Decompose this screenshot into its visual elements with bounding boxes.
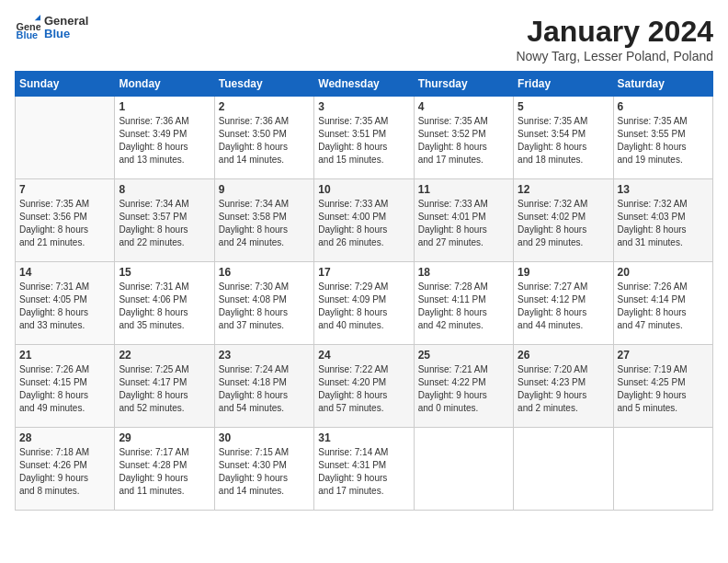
calendar-cell: 13Sunrise: 7:32 AMSunset: 4:03 PMDayligh… xyxy=(613,179,712,262)
day-info: Sunrise: 7:31 AMSunset: 4:05 PMDaylight:… xyxy=(19,281,110,332)
day-number: 13 xyxy=(618,183,709,196)
calendar-cell: 15Sunrise: 7:31 AMSunset: 4:06 PMDayligh… xyxy=(115,262,214,345)
day-number: 1 xyxy=(119,100,210,113)
logo-text: General Blue xyxy=(44,15,88,41)
day-info: Sunrise: 7:14 AMSunset: 4:31 PMDaylight:… xyxy=(318,446,409,498)
day-info: Sunrise: 7:29 AMSunset: 4:09 PMDaylight:… xyxy=(318,281,409,332)
day-info: Sunrise: 7:17 AMSunset: 4:28 PMDaylight:… xyxy=(119,446,210,498)
day-info: Sunrise: 7:35 AMSunset: 3:56 PMDaylight:… xyxy=(19,198,110,249)
day-info: Sunrise: 7:20 AMSunset: 4:23 PMDaylight:… xyxy=(518,363,609,415)
calendar-subtitle: Nowy Targ, Lesser Poland, Poland xyxy=(516,49,713,63)
day-number: 6 xyxy=(618,100,709,113)
day-number: 21 xyxy=(19,349,110,362)
day-info: Sunrise: 7:36 AMSunset: 3:49 PMDaylight:… xyxy=(119,115,210,167)
day-info: Sunrise: 7:35 AMSunset: 3:55 PMDaylight:… xyxy=(618,115,709,167)
day-info: Sunrise: 7:18 AMSunset: 4:26 PMDaylight:… xyxy=(19,446,110,498)
day-info: Sunrise: 7:21 AMSunset: 4:22 PMDaylight:… xyxy=(418,363,509,415)
day-number: 26 xyxy=(518,349,609,362)
calendar-cell: 10Sunrise: 7:33 AMSunset: 4:00 PMDayligh… xyxy=(314,179,414,262)
day-info: Sunrise: 7:22 AMSunset: 4:20 PMDaylight:… xyxy=(318,363,409,415)
day-number: 5 xyxy=(518,100,609,113)
week-row-4: 21Sunrise: 7:26 AMSunset: 4:15 PMDayligh… xyxy=(16,345,713,428)
day-info: Sunrise: 7:31 AMSunset: 4:06 PMDaylight:… xyxy=(119,281,210,332)
week-row-5: 28Sunrise: 7:18 AMSunset: 4:26 PMDayligh… xyxy=(16,428,713,511)
day-number: 10 xyxy=(318,183,409,196)
logo-icon: General Blue xyxy=(15,15,40,40)
day-number: 23 xyxy=(219,349,310,362)
calendar-header-row: SundayMondayTuesdayWednesdayThursdayFrid… xyxy=(16,72,713,97)
calendar-cell: 27Sunrise: 7:19 AMSunset: 4:25 PMDayligh… xyxy=(613,345,712,428)
header-monday: Monday xyxy=(115,72,214,97)
week-row-3: 14Sunrise: 7:31 AMSunset: 4:05 PMDayligh… xyxy=(16,262,713,345)
calendar-cell xyxy=(16,97,115,179)
day-number: 8 xyxy=(119,183,210,196)
day-number: 15 xyxy=(119,266,210,279)
day-info: Sunrise: 7:34 AMSunset: 3:58 PMDaylight:… xyxy=(219,198,310,249)
week-row-2: 7Sunrise: 7:35 AMSunset: 3:56 PMDaylight… xyxy=(16,179,713,262)
day-info: Sunrise: 7:35 AMSunset: 3:51 PMDaylight:… xyxy=(318,115,409,167)
day-number: 14 xyxy=(19,266,110,279)
calendar-cell xyxy=(613,428,712,511)
day-info: Sunrise: 7:25 AMSunset: 4:17 PMDaylight:… xyxy=(119,363,210,415)
day-info: Sunrise: 7:26 AMSunset: 4:14 PMDaylight:… xyxy=(618,281,709,332)
calendar-cell: 17Sunrise: 7:29 AMSunset: 4:09 PMDayligh… xyxy=(314,262,414,345)
day-info: Sunrise: 7:33 AMSunset: 4:01 PMDaylight:… xyxy=(418,198,509,249)
calendar-cell: 20Sunrise: 7:26 AMSunset: 4:14 PMDayligh… xyxy=(613,262,712,345)
calendar-cell: 6Sunrise: 7:35 AMSunset: 3:55 PMDaylight… xyxy=(613,97,712,179)
calendar-cell: 30Sunrise: 7:15 AMSunset: 4:30 PMDayligh… xyxy=(214,428,313,511)
calendar-cell: 1Sunrise: 7:36 AMSunset: 3:49 PMDaylight… xyxy=(115,97,214,179)
header-sunday: Sunday xyxy=(16,72,115,97)
day-number: 16 xyxy=(219,266,310,279)
calendar-cell: 28Sunrise: 7:18 AMSunset: 4:26 PMDayligh… xyxy=(16,428,115,511)
svg-marker-3 xyxy=(35,15,40,20)
calendar-cell: 8Sunrise: 7:34 AMSunset: 3:57 PMDaylight… xyxy=(115,179,214,262)
day-number: 18 xyxy=(418,266,509,279)
calendar-cell: 12Sunrise: 7:32 AMSunset: 4:02 PMDayligh… xyxy=(514,179,613,262)
calendar-cell: 9Sunrise: 7:34 AMSunset: 3:58 PMDaylight… xyxy=(214,179,313,262)
calendar-cell: 3Sunrise: 7:35 AMSunset: 3:51 PMDaylight… xyxy=(314,97,414,179)
day-number: 12 xyxy=(518,183,609,196)
calendar-cell: 4Sunrise: 7:35 AMSunset: 3:52 PMDaylight… xyxy=(414,97,513,179)
day-info: Sunrise: 7:32 AMSunset: 4:03 PMDaylight:… xyxy=(618,198,709,249)
day-info: Sunrise: 7:24 AMSunset: 4:18 PMDaylight:… xyxy=(219,363,310,415)
calendar-cell: 2Sunrise: 7:36 AMSunset: 3:50 PMDaylight… xyxy=(214,97,313,179)
day-number: 27 xyxy=(618,349,709,362)
calendar-cell xyxy=(514,428,613,511)
title-block: January 2024 Nowy Targ, Lesser Poland, P… xyxy=(516,15,713,63)
calendar-table: SundayMondayTuesdayWednesdayThursdayFrid… xyxy=(15,71,713,511)
week-row-1: 1Sunrise: 7:36 AMSunset: 3:49 PMDaylight… xyxy=(16,97,713,179)
day-number: 29 xyxy=(119,431,210,444)
day-info: Sunrise: 7:27 AMSunset: 4:12 PMDaylight:… xyxy=(518,281,609,332)
day-info: Sunrise: 7:26 AMSunset: 4:15 PMDaylight:… xyxy=(19,363,110,415)
day-info: Sunrise: 7:34 AMSunset: 3:57 PMDaylight:… xyxy=(119,198,210,249)
calendar-cell: 24Sunrise: 7:22 AMSunset: 4:20 PMDayligh… xyxy=(314,345,414,428)
day-number: 22 xyxy=(119,349,210,362)
header-saturday: Saturday xyxy=(613,72,712,97)
calendar-cell: 16Sunrise: 7:30 AMSunset: 4:08 PMDayligh… xyxy=(214,262,313,345)
calendar-cell: 31Sunrise: 7:14 AMSunset: 4:31 PMDayligh… xyxy=(314,428,414,511)
day-info: Sunrise: 7:30 AMSunset: 4:08 PMDaylight:… xyxy=(219,281,310,332)
logo-general: General xyxy=(44,15,88,28)
calendar-cell: 11Sunrise: 7:33 AMSunset: 4:01 PMDayligh… xyxy=(414,179,513,262)
day-number: 17 xyxy=(318,266,409,279)
day-number: 9 xyxy=(219,183,310,196)
day-number: 31 xyxy=(318,431,409,444)
day-number: 24 xyxy=(318,349,409,362)
calendar-cell: 23Sunrise: 7:24 AMSunset: 4:18 PMDayligh… xyxy=(214,345,313,428)
header-friday: Friday xyxy=(514,72,613,97)
day-info: Sunrise: 7:35 AMSunset: 3:54 PMDaylight:… xyxy=(518,115,609,167)
day-number: 20 xyxy=(618,266,709,279)
calendar-cell: 25Sunrise: 7:21 AMSunset: 4:22 PMDayligh… xyxy=(414,345,513,428)
day-number: 28 xyxy=(19,431,110,444)
calendar-cell: 14Sunrise: 7:31 AMSunset: 4:05 PMDayligh… xyxy=(16,262,115,345)
day-number: 2 xyxy=(219,100,310,113)
day-info: Sunrise: 7:28 AMSunset: 4:11 PMDaylight:… xyxy=(418,281,509,332)
day-number: 11 xyxy=(418,183,509,196)
logo-blue: Blue xyxy=(44,28,88,40)
logo: General Blue General Blue xyxy=(15,15,88,41)
day-info: Sunrise: 7:35 AMSunset: 3:52 PMDaylight:… xyxy=(418,115,509,167)
day-number: 25 xyxy=(418,349,509,362)
calendar-cell: 19Sunrise: 7:27 AMSunset: 4:12 PMDayligh… xyxy=(514,262,613,345)
day-number: 30 xyxy=(219,431,310,444)
day-info: Sunrise: 7:36 AMSunset: 3:50 PMDaylight:… xyxy=(219,115,310,167)
